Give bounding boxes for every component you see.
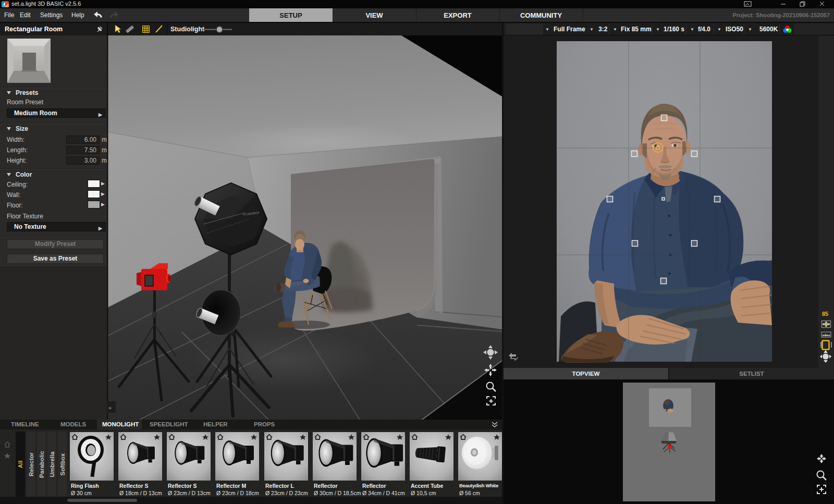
svg-text:85: 85	[822, 311, 828, 317]
svg-text:«: «	[108, 404, 112, 411]
